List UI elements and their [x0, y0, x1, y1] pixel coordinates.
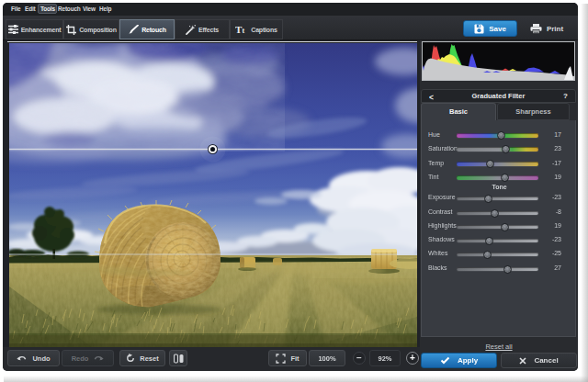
svg-text:t: t: [243, 27, 245, 34]
